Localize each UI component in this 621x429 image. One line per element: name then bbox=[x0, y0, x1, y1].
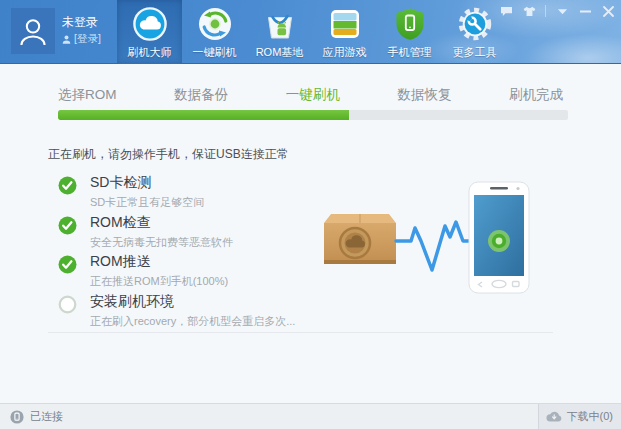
chevron-down-icon[interactable] bbox=[555, 5, 569, 17]
nav-item-more-tools[interactable]: 更多工具 bbox=[442, 0, 507, 64]
nav-item-apps-games[interactable]: 应用游戏 bbox=[312, 0, 377, 64]
status-message: 正在刷机，请勿操作手机，保证USB连接正常 bbox=[48, 146, 289, 163]
tshirt-skin-icon[interactable] bbox=[522, 5, 536, 17]
nav-item-label: ROM基地 bbox=[256, 45, 304, 60]
cloud-icon bbox=[132, 6, 168, 42]
nav-item-one-key-flash[interactable]: 一键刷机 bbox=[182, 0, 247, 64]
window-controls bbox=[499, 5, 615, 17]
nav-item-label: 应用游戏 bbox=[323, 45, 367, 60]
nav-item-label: 更多工具 bbox=[453, 45, 497, 60]
close-icon[interactable] bbox=[601, 5, 615, 17]
main-nav: 刷机大师 一键刷机 bbox=[117, 0, 507, 64]
login-link[interactable]: [登录] bbox=[62, 32, 101, 46]
step-detail: 正在刷入recovery，部分机型会重启多次... bbox=[90, 314, 338, 329]
phone-circle-icon bbox=[10, 410, 24, 424]
connection-label: 已连接 bbox=[30, 409, 63, 424]
apps-stripes-icon bbox=[327, 6, 363, 42]
nav-item-label: 刷机大师 bbox=[128, 45, 172, 60]
cloud-download-icon bbox=[546, 411, 562, 422]
nav-item-rom-base[interactable]: ROM基地 bbox=[247, 0, 312, 64]
minimize-icon[interactable] bbox=[578, 5, 592, 17]
gear-wrench-icon bbox=[457, 6, 493, 42]
shopping-bag-android-icon bbox=[262, 6, 298, 42]
check-circle-icon bbox=[58, 216, 77, 235]
nav-item-phone-manager[interactable]: 手机管理 bbox=[377, 0, 442, 64]
step-rom-check: ROM检查 安全无病毒无扣费等恶意软件 bbox=[58, 214, 338, 250]
check-circle-icon bbox=[58, 176, 77, 195]
tab-choose-rom[interactable]: 选择ROM bbox=[58, 86, 117, 104]
refresh-arrows-icon bbox=[197, 6, 233, 42]
divider bbox=[545, 5, 546, 17]
progress-fill bbox=[58, 110, 349, 120]
progress-bar bbox=[58, 110, 568, 120]
avatar[interactable] bbox=[11, 8, 55, 54]
flash-illustration bbox=[300, 160, 560, 310]
connection-status[interactable]: 已连接 bbox=[10, 409, 63, 424]
step-sd-check: SD卡检测 SD卡正常且有足够空间 bbox=[58, 174, 338, 210]
check-circle-icon bbox=[58, 255, 77, 274]
nav-item-label: 手机管理 bbox=[388, 45, 432, 60]
pending-circle-icon bbox=[58, 295, 77, 314]
login-link-label: [登录] bbox=[74, 32, 101, 46]
status-bar: 已连接 下载中(0) bbox=[0, 403, 621, 429]
tab-one-key-flash[interactable]: 一键刷机 bbox=[286, 86, 340, 104]
content-divider bbox=[48, 332, 553, 333]
download-status[interactable]: 下载中(0) bbox=[538, 404, 621, 429]
wizard-tabs: 选择ROM 数据备份 一键刷机 数据恢复 刷机完成 bbox=[58, 86, 563, 104]
tab-flash-complete[interactable]: 刷机完成 bbox=[509, 86, 563, 104]
mini-person-icon bbox=[62, 35, 71, 44]
step-rom-push: ROM推送 正在推送ROM到手机(100%) bbox=[58, 253, 338, 289]
rom-package-box-icon bbox=[324, 214, 396, 264]
header-bar: 未登录 [登录] 刷机大师 bbox=[0, 0, 621, 64]
app-window: 未登录 [登录] 刷机大师 bbox=[0, 0, 621, 429]
tab-data-restore[interactable]: 数据恢复 bbox=[397, 86, 451, 104]
user-name: 未登录 bbox=[62, 14, 98, 31]
phone-with-progress-icon bbox=[469, 182, 529, 293]
comment-bubble-icon[interactable] bbox=[499, 5, 513, 17]
step-install-env: 安装刷机环境 正在刷入recovery，部分机型会重启多次... bbox=[58, 293, 338, 329]
download-label: 下载中(0) bbox=[567, 409, 613, 424]
nav-item-flash-master[interactable]: 刷机大师 bbox=[117, 0, 182, 64]
tab-data-backup[interactable]: 数据备份 bbox=[174, 86, 228, 104]
shield-phone-icon bbox=[392, 6, 428, 42]
nav-item-label: 一键刷机 bbox=[193, 45, 237, 60]
person-icon bbox=[16, 14, 50, 48]
